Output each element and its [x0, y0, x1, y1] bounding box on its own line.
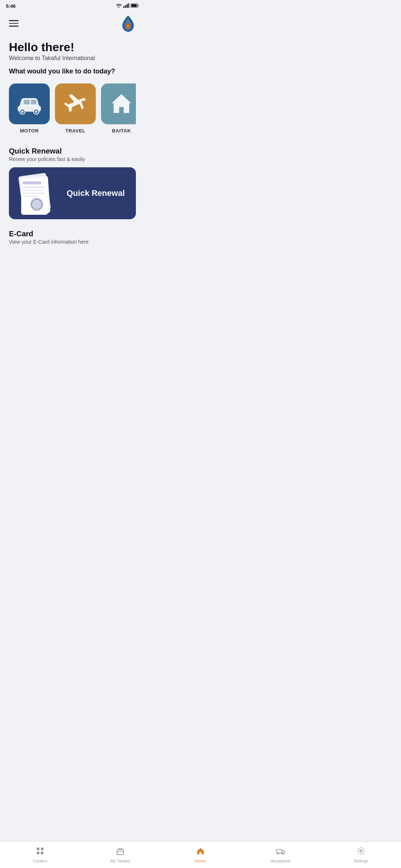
main-content: Hello there! Welcome to Takaful Internat… — [0, 36, 145, 287]
menu-button[interactable] — [7, 19, 20, 28]
svg-rect-13 — [119, 107, 124, 113]
svg-rect-0 — [123, 6, 124, 8]
app-logo — [119, 14, 137, 33]
svg-rect-21 — [23, 195, 38, 197]
svg-rect-19 — [23, 190, 43, 191]
svg-point-8 — [21, 111, 23, 113]
status-bar: 5:46 — [0, 0, 145, 10]
renewal-illustration — [13, 171, 53, 219]
ecard-header: E-Card View your E-Card information here — [9, 230, 136, 245]
svg-rect-5 — [131, 4, 137, 7]
quick-renewal-title: Quick Renewal — [9, 147, 136, 155]
svg-rect-2 — [127, 4, 128, 8]
quick-renewal-desc: Renew your policies fast & easily — [9, 156, 136, 162]
travel-icon-box — [55, 83, 96, 124]
hamburger-line-1 — [9, 20, 19, 21]
quick-renewal-header: Quick Renewal Renew your policies fast &… — [9, 147, 136, 162]
ecard-desc: View your E-Card information here — [9, 239, 136, 245]
greeting-title: Hello there! — [9, 40, 136, 54]
battery-icon — [131, 3, 139, 9]
wifi-icon — [116, 3, 122, 9]
signal-icon — [123, 3, 129, 9]
baita-label: BAITAK — [112, 128, 131, 134]
svg-rect-17 — [23, 181, 41, 184]
svg-point-22 — [30, 198, 43, 211]
svg-rect-18 — [23, 187, 45, 188]
svg-point-10 — [35, 111, 38, 113]
greeting-section: Hello there! Welcome to Takaful Internat… — [9, 40, 136, 75]
quick-renewal-card[interactable]: Quick Renewal — [9, 167, 136, 219]
svg-rect-11 — [24, 100, 30, 104]
svg-rect-20 — [23, 193, 45, 194]
action-prompt: What would you like to do today? — [9, 68, 136, 75]
product-card-baita[interactable]: BAITAK — [101, 83, 136, 134]
greeting-subtitle: Welcome to Takaful International — [9, 55, 136, 62]
hamburger-line-2 — [9, 23, 19, 24]
product-card-motor[interactable]: MOTOR — [9, 83, 50, 134]
top-nav — [0, 10, 145, 36]
svg-rect-3 — [128, 3, 130, 8]
motor-icon-box — [9, 83, 50, 124]
products-scroll: MOTOR TRAVEL BAITAK — [9, 83, 136, 137]
motor-label: MOTOR — [20, 128, 39, 134]
svg-rect-1 — [125, 5, 126, 8]
ecard-section: E-Card View your E-Card information here — [9, 230, 136, 245]
baita-icon-box — [101, 83, 136, 124]
svg-rect-12 — [31, 100, 36, 104]
status-icons — [116, 3, 139, 9]
status-time: 5:46 — [6, 3, 16, 9]
hamburger-line-3 — [9, 26, 19, 27]
product-card-travel[interactable]: TRAVEL — [55, 83, 96, 134]
ecard-title: E-Card — [9, 230, 136, 238]
travel-label: TRAVEL — [65, 128, 85, 134]
